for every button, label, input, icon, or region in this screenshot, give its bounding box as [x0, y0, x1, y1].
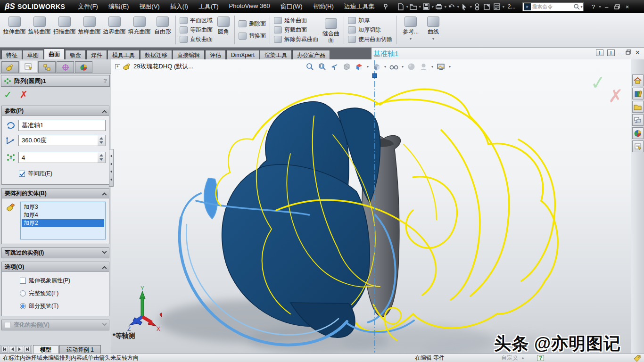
file-properties-icon[interactable] — [483, 3, 491, 11]
select-icon[interactable] — [461, 3, 469, 11]
search-icon[interactable] — [573, 3, 580, 10]
pattern-axis-input[interactable]: 基准轴1 — [18, 120, 106, 131]
caret-icon[interactable]: ▾ — [431, 65, 433, 69]
featuremanager-tab[interactable] — [1, 61, 19, 73]
pm-cancel-button[interactable]: ✗ — [20, 89, 28, 100]
menu-window[interactable]: 窗口(W) — [275, 0, 308, 13]
axis-callout-label[interactable]: 基准轴1 — [373, 49, 398, 58]
doc-close-button[interactable]: ✕ — [635, 49, 640, 56]
freeform-button[interactable]: 自由形 — [152, 14, 173, 46]
open-icon[interactable] — [410, 3, 418, 11]
apply-scene-icon[interactable] — [419, 62, 428, 71]
options-header[interactable]: 选项(O) — [2, 262, 109, 272]
collapse-chevron-icon[interactable] — [102, 110, 107, 115]
view-settings-icon[interactable] — [437, 62, 446, 71]
trim-surface-button[interactable]: 剪裁曲面 — [274, 26, 318, 34]
model-tab[interactable]: 模型 — [33, 345, 58, 354]
bodies-header[interactable]: 要阵列的实体(B) — [2, 189, 109, 198]
tag-icon[interactable] — [634, 355, 641, 362]
tab-surfaces[interactable]: 曲面 — [44, 49, 65, 59]
thicken-button[interactable]: 加厚 — [348, 16, 392, 25]
thickened-cut-button[interactable]: 加厚切除 — [348, 26, 392, 34]
menu-photoview[interactable]: PhotoView 360 — [224, 0, 275, 13]
open-caret-icon[interactable]: ▾ — [419, 5, 421, 9]
prev-tab-icon[interactable] — [9, 346, 16, 353]
spin-down-icon[interactable] — [99, 141, 103, 144]
menu-insert[interactable]: 插入(I) — [165, 0, 193, 13]
extend-surface-button[interactable]: 延伸曲面 — [274, 16, 318, 25]
save-icon[interactable] — [422, 3, 430, 11]
tab-mold-tools[interactable]: 模具工具 — [107, 50, 140, 59]
motion-study-tab[interactable]: 运动算例 1 — [59, 345, 101, 354]
section-view-icon[interactable] — [342, 62, 351, 71]
select-caret-icon[interactable]: ▾ — [470, 5, 472, 9]
tab-weldments[interactable]: 焊件 — [86, 50, 107, 59]
pin-icon[interactable] — [382, 3, 389, 10]
parameters-header[interactable]: 参数(P) — [2, 106, 109, 116]
edit-appearance-icon[interactable] — [407, 62, 416, 71]
menu-maidi-tools[interactable]: 迈迪工具集 — [339, 0, 380, 13]
boundary-surface-button[interactable]: 边界曲面 — [102, 14, 127, 46]
offset-surface-button[interactable]: 等距曲面 — [180, 26, 213, 34]
design-library-button[interactable] — [632, 88, 644, 99]
knit-surface-button[interactable]: 缝合曲面 — [320, 14, 342, 46]
document-overflow[interactable]: 2... — [508, 3, 516, 10]
next-tab-icon[interactable] — [17, 346, 23, 353]
tab-dimxpert[interactable]: DimXpert — [226, 50, 259, 59]
skip-instances-header[interactable]: 可跳过的实例(I) — [2, 248, 109, 258]
first-tab-icon[interactable] — [1, 346, 8, 353]
pane-left-icon[interactable]: ❙ — [596, 49, 603, 56]
curves-button[interactable]: 曲线▾ — [423, 14, 444, 46]
untrim-surface-button[interactable]: 解除剪裁曲面 — [274, 35, 318, 43]
search-input[interactable]: 搜索命令 — [532, 3, 573, 10]
tab-sheet-metal[interactable]: 钣金 — [65, 50, 86, 59]
lofted-surface-button[interactable]: 放样曲面 — [77, 14, 102, 46]
undo-icon[interactable] — [448, 3, 456, 11]
equal-spacing-checkbox[interactable] — [19, 171, 25, 177]
feature-tree-flyout[interactable]: + 29玫瑰花DHQ (默认... — [115, 62, 193, 71]
command-search[interactable]: » 搜索命令 ▾ — [522, 2, 584, 11]
full-preview-radio[interactable] — [20, 290, 26, 296]
caret-icon[interactable]: ▾ — [384, 65, 386, 69]
partial-preview-radio[interactable] — [20, 303, 26, 309]
menu-file[interactable]: 文件(F) — [73, 0, 103, 13]
ruled-surface-button[interactable]: 直纹曲面 — [180, 35, 213, 43]
spin-down-icon[interactable] — [99, 158, 103, 161]
caret-icon[interactable]: ▾ — [367, 65, 369, 69]
file-explorer-button[interactable] — [632, 101, 644, 113]
previous-view-icon[interactable] — [330, 62, 339, 71]
count-spinner[interactable] — [98, 152, 106, 163]
view-palette-button[interactable] — [632, 114, 644, 126]
pane-right-icon[interactable]: ❙ — [607, 49, 615, 56]
displaymanager-tab[interactable] — [75, 61, 92, 73]
resources-button[interactable] — [632, 74, 644, 86]
zoom-to-fit-icon[interactable] — [305, 62, 314, 71]
planar-surface-button[interactable]: 平面区域 — [180, 16, 213, 25]
delete-face-button[interactable]: 删除面 — [239, 20, 266, 28]
search-caret-icon[interactable]: ▾ — [581, 5, 583, 9]
cut-with-surface-button[interactable]: 使用曲面切除 — [348, 35, 392, 43]
view-orientation-icon[interactable] — [355, 62, 363, 71]
pm-ok-button[interactable]: ✓ — [4, 89, 12, 100]
custom-properties-button[interactable] — [632, 140, 644, 152]
fillet-button[interactable]: 圆角 — [215, 14, 232, 46]
caret-icon[interactable]: ▾ — [402, 65, 404, 69]
last-tab-icon[interactable] — [24, 346, 31, 353]
menu-view[interactable]: 视图(V) — [134, 0, 165, 13]
print-caret-icon[interactable]: ▾ — [445, 5, 446, 9]
status-caret-icon[interactable]: ▲ — [521, 356, 525, 360]
confirm-cancel-overlay[interactable]: ✗ — [608, 86, 623, 107]
tab-sketch[interactable]: 草图 — [23, 50, 43, 59]
replace-face-button[interactable]: 替换面 — [239, 32, 266, 40]
bodies-listbox[interactable]: 加厚3 加厚4 加厚2 — [20, 202, 106, 239]
reference-caret-icon[interactable]: ▾ — [410, 36, 412, 42]
tab-direct-editing[interactable]: 直接编辑 — [173, 50, 205, 59]
pm-help-icon[interactable]: ? — [103, 77, 107, 84]
instance-count-input[interactable]: 4 — [18, 152, 98, 163]
tab-data-migration[interactable]: 数据迁移 — [140, 50, 172, 59]
body-item[interactable]: 加厚4 — [22, 211, 104, 219]
swept-surface-button[interactable]: 扫描曲面 — [52, 14, 77, 46]
propagate-checkbox[interactable] — [20, 278, 26, 284]
tab-render-tools[interactable]: 渲染工具 — [260, 50, 292, 59]
dimxpertmanager-tab[interactable] — [57, 61, 74, 73]
